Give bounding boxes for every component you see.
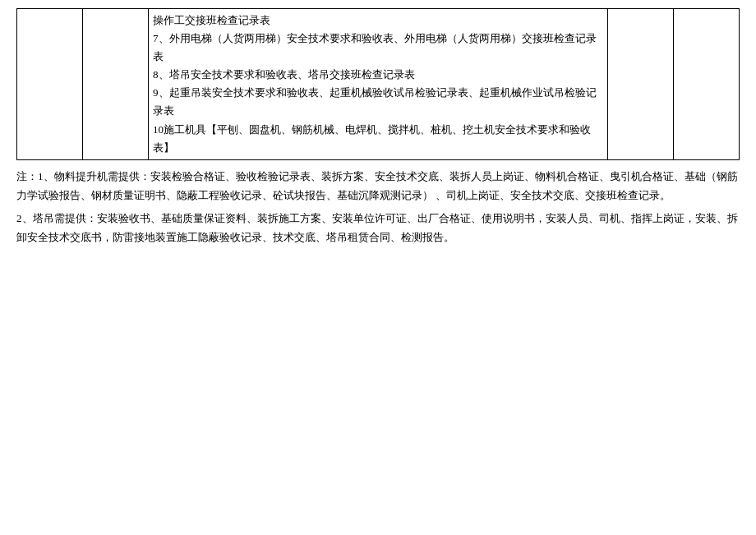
- page-container: 操作工交接班检查记录表 7、外用电梯（人货两用梯）安全技术要求和验收表、外用电梯…: [16, 8, 740, 247]
- cell-col1: [17, 9, 83, 160]
- content-line1: 操作工交接班检查记录表: [153, 12, 603, 30]
- notes-section: 注：1、物料提升机需提供：安装检验合格证、验收检验记录表、装拆方案、安全技术交底…: [16, 167, 740, 247]
- cell-col5: [674, 9, 740, 160]
- content-line5: 10施工机具【平刨、圆盘机、钢筋机械、电焊机、搅拌机、桩机、挖土机安全技术要求和…: [153, 121, 603, 157]
- cell-col2: [83, 9, 149, 160]
- main-table: 操作工交接班检查记录表 7、外用电梯（人货两用梯）安全技术要求和验收表、外用电梯…: [16, 8, 740, 160]
- cell-col3: 操作工交接班检查记录表 7、外用电梯（人货两用梯）安全技术要求和验收表、外用电梯…: [149, 9, 608, 160]
- content-line2: 7、外用电梯（人货两用梯）安全技术要求和验收表、外用电梯（人货两用梯）交接班检查…: [153, 30, 603, 66]
- table-row: 操作工交接班检查记录表 7、外用电梯（人货两用梯）安全技术要求和验收表、外用电梯…: [17, 9, 740, 160]
- content-line3: 8、塔吊安全技术要求和验收表、塔吊交接班检查记录表: [153, 66, 603, 84]
- cell-col4: [608, 9, 674, 160]
- content-line4: 9、起重吊装安全技术要求和验收表、起重机械验收试吊检验记录表、起重机械作业试吊检…: [153, 84, 603, 120]
- note2: 2、塔吊需提供：安装验收书、基础质量保证资料、装拆施工方案、安装单位许可证、出厂…: [16, 209, 740, 247]
- note1: 注：1、物料提升机需提供：安装检验合格证、验收检验记录表、装拆方案、安全技术交底…: [16, 167, 740, 205]
